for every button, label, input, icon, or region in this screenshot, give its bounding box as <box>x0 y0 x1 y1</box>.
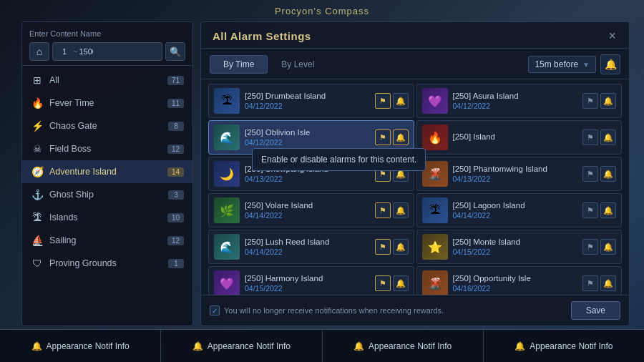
content-item-5[interactable]: 🌙 [250] Snowpang Island 04/13/2022 ⚑ 🔔 <box>208 157 414 191</box>
sidebar-item-ghostship[interactable]: ⚓ Ghost Ship 3 <box>22 183 192 206</box>
content-thumb-5: 🌙 <box>214 161 240 187</box>
proving-icon: 🛡 <box>31 257 44 270</box>
flag-btn-3[interactable]: ⚑ <box>375 129 391 145</box>
search-area: Enter Content Name ⌂ ~ 🔍 <box>22 22 192 66</box>
content-item-4[interactable]: 🔥 [250] Island ⚑ 🔔 <box>416 120 623 155</box>
flag-btn-6[interactable]: ⚑ <box>582 166 598 182</box>
flag-btn-5[interactable]: ⚑ <box>375 166 391 182</box>
notif-btn-notif1[interactable]: 🔔Appearance Notif Info <box>0 330 161 362</box>
bell-btn-12[interactable]: 🔔 <box>600 275 616 291</box>
search-label: Enter Content Name <box>29 29 185 38</box>
time-dropdown[interactable]: 15m before ▼ <box>528 56 596 73</box>
footer-checkbox[interactable] <box>210 305 220 315</box>
dropdown-arrow-icon: ▼ <box>582 61 590 69</box>
sidebar-item-fever[interactable]: 🔥 Fever Time 11 <box>22 92 192 114</box>
content-item-1[interactable]: 🏝 [250] Drumbeat Island 04/12/2022 ⚑ 🔔 <box>208 84 414 118</box>
content-item-9[interactable]: 🌊 [250] Lush Reed Island 04/14/2022 ⚑ 🔔 <box>208 230 414 264</box>
sidebar-item-proving[interactable]: 🛡 Proving Grounds 1 <box>22 252 192 275</box>
content-date-11: 04/15/2022 <box>245 284 370 293</box>
alarm-header: All Alarm Settings × <box>201 22 629 49</box>
flag-btn-8[interactable]: ⚑ <box>582 202 598 218</box>
sidebar-item-all[interactable]: ⊞ All 71 <box>22 69 192 92</box>
notif-btn-notif3[interactable]: 🔔Appearance Notif Info <box>323 330 484 362</box>
sailing-count: 12 <box>167 236 184 245</box>
flag-btn-7[interactable]: ⚑ <box>375 202 391 218</box>
content-info-9: [250] Lush Reed Island 04/14/2022 <box>245 238 370 256</box>
save-button[interactable]: Save <box>571 301 620 320</box>
sidebar-item-sailing[interactable]: ⛵ Sailing 12 <box>22 229 192 252</box>
home-button[interactable]: ⌂ <box>29 42 49 61</box>
tab-bytime[interactable]: By Time <box>210 55 268 74</box>
sidebar-item-adventure[interactable]: 🧭 Adventure Island 14 <box>22 160 192 183</box>
content-item-6[interactable]: 🌋 [250] Phantomwing Island 04/13/2022 ⚑ … <box>416 157 623 191</box>
content-thumb-7: 🌿 <box>214 197 240 223</box>
bell-btn-7[interactable]: 🔔 <box>393 202 409 218</box>
flag-btn-9[interactable]: ⚑ <box>375 239 391 255</box>
content-date-12: 04/16/2022 <box>453 284 578 293</box>
content-actions-6: ⚑ 🔔 <box>582 166 616 182</box>
bell-btn-8[interactable]: 🔔 <box>600 202 616 218</box>
sidebar-item-fieldboss[interactable]: ☠ Field Boss 12 <box>22 137 192 160</box>
all-count: 71 <box>167 76 184 85</box>
sidebar-item-islands[interactable]: 🏝 Islands 10 <box>22 206 192 229</box>
content-name-5: [250] Snowpang Island <box>245 165 370 173</box>
flag-btn-2[interactable]: ⚑ <box>582 93 598 109</box>
content-actions-3: ⚑ 🔔 <box>375 129 409 145</box>
bell-btn-10[interactable]: 🔔 <box>600 239 616 255</box>
content-item-3[interactable]: 🌊 [250] Oblivion Isle 04/12/2022 ⚑ 🔔 Ena… <box>208 120 414 155</box>
chaos-label: Chaos Gate <box>49 121 162 131</box>
content-date-10: 04/15/2022 <box>453 248 578 256</box>
bell-btn-11[interactable]: 🔔 <box>393 275 409 291</box>
fieldboss-icon: ☠ <box>31 142 44 155</box>
notif-btn-notif2[interactable]: 🔔Appearance Notif Info <box>161 330 322 362</box>
content-item-11[interactable]: 💜 [250] Harmony Island 04/15/2022 ⚑ 🔔 <box>208 266 414 295</box>
tab-bylevel[interactable]: By Level <box>268 55 328 74</box>
content-date-7: 04/14/2022 <box>245 211 370 220</box>
time-select-area: 15m before ▼ 🔔 <box>528 54 620 74</box>
notif-label-notif4: Appearance Notif Info <box>530 341 613 351</box>
content-thumb-3: 🌊 <box>214 124 240 150</box>
flag-btn-1[interactable]: ⚑ <box>375 93 391 109</box>
content-info-7: [250] Volare Island 04/14/2022 <box>245 201 370 220</box>
content-thumb-1: 🏝 <box>214 88 240 114</box>
sailing-label: Sailing <box>49 235 162 245</box>
content-item-7[interactable]: 🌿 [250] Volare Island 04/14/2022 ⚑ 🔔 <box>208 193 414 228</box>
flag-btn-4[interactable]: ⚑ <box>582 129 598 145</box>
bell-btn-2[interactable]: 🔔 <box>600 93 616 109</box>
title-bar: Procyon's Compass <box>0 0 644 21</box>
notif-label-notif2: Appearance Notif Info <box>208 341 291 351</box>
proving-count: 1 <box>168 259 184 268</box>
all-label: All <box>49 75 162 85</box>
range-start-input[interactable] <box>57 47 72 56</box>
content-actions-10: ⚑ 🔔 <box>582 239 616 255</box>
bell-btn-1[interactable]: 🔔 <box>393 93 409 109</box>
footer-notice-text: You will no longer receive notifications… <box>224 306 444 315</box>
notif-btn-notif4[interactable]: 🔔Appearance Notif Info <box>484 330 644 362</box>
flag-btn-12[interactable]: ⚑ <box>582 275 598 291</box>
close-button[interactable]: × <box>607 29 618 42</box>
bell-btn-5[interactable]: 🔔 <box>393 166 409 182</box>
content-date-8: 04/14/2022 <box>453 211 578 220</box>
content-info-5: [250] Snowpang Island 04/13/2022 <box>245 165 370 183</box>
flag-btn-11[interactable]: ⚑ <box>375 275 391 291</box>
flag-btn-10[interactable]: ⚑ <box>582 239 598 255</box>
fieldboss-count: 12 <box>167 145 184 154</box>
bell-btn-6[interactable]: 🔔 <box>600 166 616 182</box>
content-item-12[interactable]: 🌋 [250] Opportunity Isle 04/16/2022 ⚑ 🔔 <box>416 266 623 295</box>
content-item-8[interactable]: 🏝 [250] Lagoon Island 04/14/2022 ⚑ 🔔 <box>416 193 623 228</box>
bell-btn-9[interactable]: 🔔 <box>393 239 409 255</box>
bell-btn-4[interactable]: 🔔 <box>600 129 616 145</box>
global-bell-button[interactable]: 🔔 <box>600 54 620 74</box>
content-name-1: [250] Drumbeat Island <box>245 92 370 100</box>
search-button[interactable]: 🔍 <box>165 42 185 61</box>
adventure-icon: 🧭 <box>31 165 44 178</box>
content-thumb-10: ⭐ <box>422 234 448 260</box>
ghostship-count: 3 <box>168 190 184 200</box>
range-end-input[interactable] <box>79 47 93 56</box>
content-info-10: [250] Monte Island 04/15/2022 <box>453 238 578 256</box>
content-item-2[interactable]: 💜 [250] Asura Island 04/12/2022 ⚑ 🔔 <box>416 84 623 118</box>
content-item-10[interactable]: ⭐ [250] Monte Island 04/15/2022 ⚑ 🔔 <box>416 230 623 264</box>
bell-btn-3[interactable]: 🔔 <box>393 129 409 145</box>
content-name-4: [250] Island <box>453 132 578 141</box>
sidebar-item-chaos[interactable]: ⚡ Chaos Gate 8 <box>22 114 192 137</box>
